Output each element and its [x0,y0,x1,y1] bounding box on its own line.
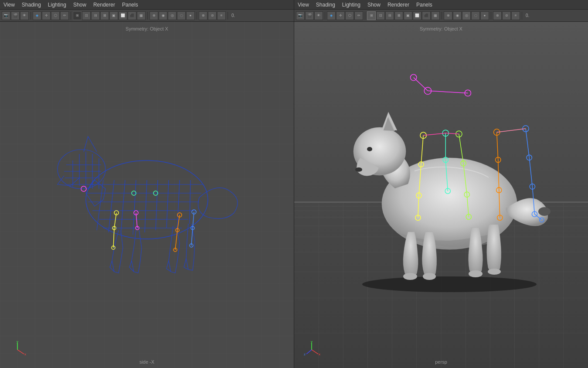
right-toolbar-value: 0. [524,13,531,18]
rtb-grid-snap-btn[interactable]: ⊞ [367,11,376,20]
left-toolbar-select-group: ◈ ✛ ⬡ ✏ [33,11,69,20]
tb-light-btn[interactable]: ◌ [177,11,186,20]
tb-sculpt-btn[interactable]: ⬛ [128,11,136,20]
right-toolbar-misc-group: ⊗ ⊘ ≡ [493,11,520,20]
menu-lighting-left[interactable]: Lighting [46,2,68,8]
rtb-eye-btn[interactable]: 👁 [314,11,323,20]
tb-grid-snap-btn[interactable]: ⊞ [73,11,82,20]
left-toolbar: 📷 🎬 👁 ◈ ✛ ⬡ ✏ ⊞ ⊡ ⊟ ⊠ ▣ [0,10,294,22]
svg-point-47 [362,276,537,292]
sep2 [71,12,71,20]
tb-misc2-btn[interactable]: ⊘ [208,11,217,20]
tb-misc3-btn[interactable]: ≡ [217,11,226,20]
rtb-lasso-btn[interactable]: ⬡ [345,11,354,20]
sep5 [228,12,228,20]
rtb-rel-btn[interactable]: ▦ [431,11,440,20]
svg-point-55 [469,270,483,277]
rtb-smooth-btn[interactable]: ◉ [453,11,462,20]
sep3 [147,12,148,20]
menu-view-right[interactable]: View [296,2,311,8]
rtb-render-btn[interactable]: ● [480,11,489,20]
tb-sym-btn[interactable]: ⊠ [100,11,109,20]
svg-line-102 [306,350,312,354]
tb-wire-btn[interactable]: ⊕ [150,11,158,20]
svg-line-6 [114,213,116,228]
tb-mirror-btn[interactable]: ▣ [109,11,118,20]
rtb-misc1-btn[interactable]: ⊗ [493,11,502,20]
rtb-mirror-btn[interactable]: ▣ [404,11,412,20]
rtb-film-btn[interactable]: 🎬 [305,11,314,20]
rtb-misc2-btn[interactable]: ⊘ [502,11,511,20]
menu-shading-right[interactable]: Shading [314,2,337,8]
rtb-wire-btn[interactable]: ⊕ [444,11,452,20]
menu-renderer-right[interactable]: Renderer [386,2,411,8]
rtb-select-btn[interactable]: ◈ [327,11,336,20]
menu-show-right[interactable]: Show [366,2,382,8]
rtb-shaded-btn[interactable]: ◎ [462,11,471,20]
left-toolbar-display-group: ⊕ ◉ ◎ ◌ ● [150,11,195,20]
rtb-paint-btn[interactable]: ✏ [354,11,363,20]
right-wolf-rendered [327,103,580,321]
tb-rel-btn[interactable]: ▦ [137,11,146,20]
right-viewport[interactable]: View Shading Lighting Show Renderer Pane… [294,0,588,368]
tb-eye-btn[interactable]: 👁 [20,11,29,20]
menu-lighting-right[interactable]: Lighting [340,2,362,8]
svg-text:y: y [311,341,313,344]
svg-text:y: y [17,341,18,344]
svg-line-13 [175,230,177,250]
right-toolbar-camera-group: 📷 🎬 👁 [296,11,323,20]
rtb-misc3-btn[interactable]: ≡ [511,11,520,20]
rtb-camera-btn[interactable]: 📷 [296,11,305,20]
rtb-light-btn[interactable]: ◌ [471,11,480,20]
rtb-soft-btn[interactable]: ⬜ [413,11,421,20]
menu-view-left[interactable]: View [2,2,17,8]
svg-point-52 [538,207,551,216]
rtb-snap-btn[interactable]: ⊡ [376,11,385,20]
rtb-sculpt-btn[interactable]: ⬛ [422,11,431,20]
menu-panels-left[interactable]: Panels [120,2,140,8]
rsep2 [365,12,365,20]
left-toolbar-snap-group: ⊞ ⊡ ⊟ ⊠ ▣ ⬜ ⬛ ▦ [73,11,146,20]
right-menu-bar: View Shading Lighting Show Renderer Pane… [294,0,588,10]
svg-line-8 [113,228,114,248]
svg-point-53 [403,273,417,280]
left-viewport[interactable]: View Shading Lighting Show Renderer Pane… [0,0,294,368]
right-toolbar-display-group: ⊕ ◉ ◎ ◌ ● [444,11,489,20]
tb-move-btn[interactable]: ✛ [42,11,51,20]
rsep4 [491,12,491,20]
tb-film-btn[interactable]: 🎬 [11,11,20,20]
rtb-move-btn[interactable]: ✛ [336,11,345,20]
right-axis-indicator: x y z [303,341,320,359]
rtb-magnet-btn[interactable]: ⊟ [385,11,394,20]
rsep5 [522,12,522,20]
right-toolbar-select-group: ◈ ✛ ⬡ ✏ [327,11,363,20]
sep1 [31,12,31,20]
tb-magnet-btn[interactable]: ⊟ [91,11,100,20]
menu-show-left[interactable]: Show [71,2,88,8]
left-canvas[interactable]: Symmetry: Object X [0,22,294,368]
menu-panels-right[interactable]: Panels [415,2,434,8]
tb-shaded-btn[interactable]: ◎ [168,11,177,20]
svg-point-50 [355,167,362,172]
left-wolf-wireframe [34,112,260,296]
menu-shading-left[interactable]: Shading [20,2,43,8]
right-canvas[interactable]: Symmetry: Object X [294,22,588,368]
rsep1 [325,12,325,20]
tb-lasso-btn[interactable]: ⬡ [51,11,60,20]
tb-snap-btn[interactable]: ⊡ [82,11,91,20]
svg-point-54 [423,273,436,280]
rtb-sym-btn[interactable]: ⊠ [394,11,403,20]
tb-select-btn[interactable]: ◈ [33,11,41,20]
tb-render-btn[interactable]: ● [186,11,195,20]
menu-renderer-left[interactable]: Renderer [92,2,117,8]
tb-misc1-btn[interactable]: ⊗ [199,11,207,20]
tb-soft-btn[interactable]: ⬜ [119,11,127,20]
panels-row: View Shading Lighting Show Renderer Pane… [0,0,588,368]
tb-paint-btn[interactable]: ✏ [60,11,69,20]
tb-camera-btn[interactable]: 📷 [2,11,10,20]
svg-text:x: x [319,352,320,356]
right-toolbar-snap-group: ⊞ ⊡ ⊟ ⊠ ▣ ⬜ ⬛ ▦ [367,11,440,20]
rsep3 [442,12,442,20]
tb-smooth-btn[interactable]: ◉ [159,11,167,20]
left-menu-bar: View Shading Lighting Show Renderer Pane… [0,0,294,10]
